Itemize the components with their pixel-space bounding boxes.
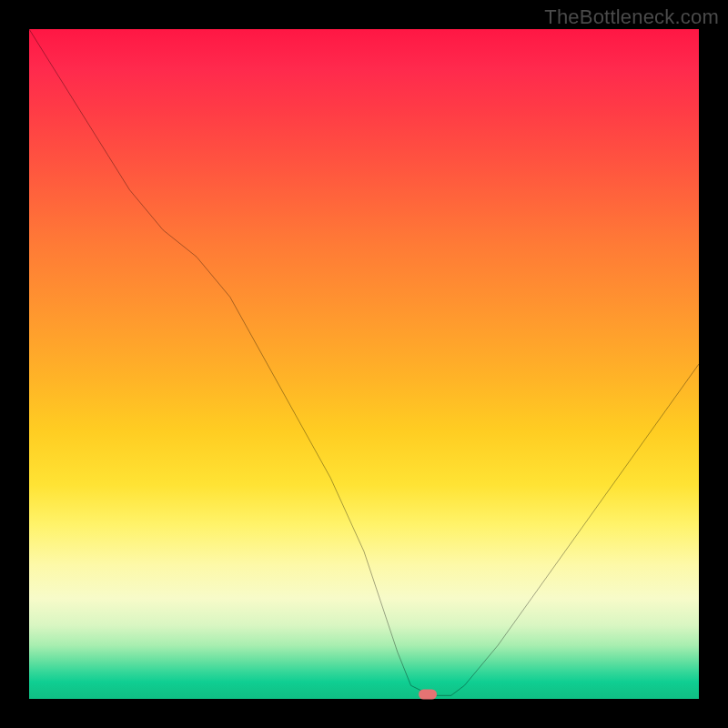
plot-area bbox=[29, 29, 699, 699]
optimum-marker bbox=[419, 689, 437, 699]
watermark-text: TheBottleneck.com bbox=[544, 5, 719, 29]
chart-frame: TheBottleneck.com bbox=[0, 0, 728, 728]
curve-line bbox=[29, 29, 699, 695]
bottleneck-curve bbox=[29, 29, 699, 699]
